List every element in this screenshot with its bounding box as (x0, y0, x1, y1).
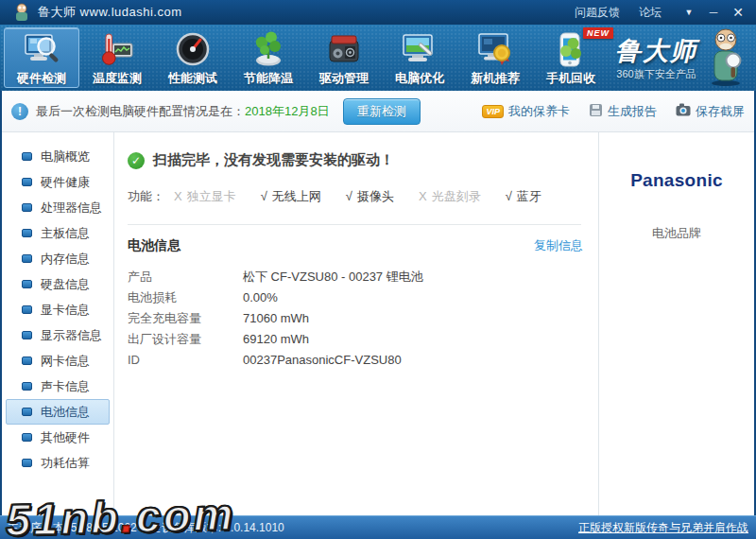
toolbar-items: 硬件检测温度监测性能测试节能降温驱动管理电脑优化新机推荐NEW手机回收 (4, 27, 609, 88)
titlebar: 鲁大师 www.ludashi.com 问题反馈 论坛 ▼ ─ ✕ (0, 0, 756, 25)
sidebar-item-label: 硬件健康 (41, 174, 90, 191)
right-panel: Panasonic 电池品牌 (598, 132, 754, 515)
battery-row-label: 产品 (128, 267, 243, 287)
sidebar-bullet-icon (22, 433, 32, 442)
sidebar-item-label: 网卡信息 (41, 353, 90, 370)
driver-manage-icon (325, 30, 363, 70)
toolbar-item-pc-optimize[interactable]: 电脑优化 (382, 27, 457, 88)
battery-row-label: ID (128, 350, 243, 371)
performance-test-icon (174, 30, 212, 70)
feature-name: 摄像头 (357, 189, 394, 203)
sidebar-item-label: 声卡信息 (41, 378, 90, 395)
features-row: 功能： X独立显卡√无线上网√摄像头X光盘刻录√蓝牙 (128, 188, 583, 205)
sidebar-bullet-icon (22, 408, 32, 416)
sidebar-bullet-icon (22, 305, 32, 314)
feature-item: √无线上网 (261, 188, 321, 205)
toolbar-item-label: 硬件检测 (17, 70, 66, 87)
sidebar-item[interactable]: 主板信息 (6, 220, 110, 246)
copy-info-link[interactable]: 复制信息 (534, 237, 583, 254)
feature-no-icon: X (174, 189, 182, 203)
promo-link[interactable]: 正版授权新版传奇与兄弟并肩作战 (578, 520, 748, 536)
feature-yes-icon: √ (346, 189, 352, 203)
battery-brand-logo: Panasonic (599, 170, 754, 191)
toolbar-item-label: 驱动管理 (319, 70, 369, 87)
sidebar: 电脑概览硬件健康处理器信息主板信息内存信息硬盘信息显卡信息显示器信息网卡信息声卡… (2, 132, 114, 515)
hardware-detect-icon (23, 30, 60, 70)
feature-item: X光盘刻录 (419, 188, 481, 205)
vip-badge-icon: VIP (482, 105, 504, 118)
rescan-button[interactable]: 重新检测 (343, 98, 421, 125)
section-divider (128, 224, 581, 225)
last-scan-date: 2018年12月8日 (245, 103, 330, 120)
care-card-link[interactable]: VIP 我的保养卡 (482, 103, 570, 120)
sidebar-item[interactable]: 处理器信息 (6, 195, 110, 220)
sidebar-item[interactable]: 硬件健康 (6, 169, 110, 195)
minimize-icon[interactable]: ─ (703, 6, 724, 19)
feedback-link[interactable]: 问题反馈 (575, 5, 620, 21)
battery-row-value: 71060 mWh (243, 308, 309, 329)
report-icon (589, 103, 603, 120)
last-scan-message: 最后一次检测电脑硬件配置情况是在： (36, 103, 245, 120)
main-toolbar: 硬件检测温度监测性能测试节能降温驱动管理电脑优化新机推荐NEW手机回收 鲁大师 … (0, 25, 756, 91)
toolbar-item-hardware-detect[interactable]: 硬件检测 (4, 27, 79, 88)
battery-row-label: 出厂设计容量 (128, 329, 243, 350)
sidebar-item[interactable]: 其他硬件 (6, 425, 110, 450)
sidebar-item[interactable]: 电池信息 (6, 399, 110, 425)
sidebar-item[interactable]: 功耗估算 (6, 450, 110, 476)
sidebar-item[interactable]: 声卡信息 (6, 374, 110, 399)
battery-row-value: 0.00% (243, 287, 278, 308)
battery-section-title: 电池信息 (128, 237, 180, 254)
menu-icon[interactable]: ▼ (679, 8, 699, 17)
features-label: 功能： (128, 188, 164, 205)
infobar: ! 最后一次检测电脑硬件配置情况是在： 2018年12月8日 重新检测 VIP … (2, 91, 754, 132)
toolbar-item-performance-test[interactable]: 性能测试 (155, 27, 231, 88)
sidebar-item[interactable]: 硬盘信息 (6, 271, 110, 297)
sidebar-bullet-icon (22, 229, 32, 237)
mascot-icon (13, 3, 30, 22)
toolbar-item-label: 电脑优化 (395, 70, 444, 87)
sidebar-item-label: 电脑概览 (41, 148, 90, 165)
feature-name: 独立显卡 (187, 189, 236, 203)
save-screenshot-link[interactable]: 保存截屏 (676, 103, 745, 120)
generate-report-link[interactable]: 生成报告 (589, 103, 657, 120)
battery-table-row: 产品松下 CF-VZSU80 - 00237 锂电池 (128, 267, 583, 287)
sidebar-bullet-icon (22, 459, 32, 467)
sidebar-item-label: 功耗估算 (41, 455, 90, 472)
toolbar-item-label: 新机推荐 (471, 70, 520, 87)
sidebar-item[interactable]: 显示器信息 (6, 322, 110, 348)
toolbar-item-phone-recycle[interactable]: NEW手机回收 (533, 27, 609, 88)
battery-table: 产品松下 CF-VZSU80 - 00237 锂电池电池损耗0.00%完全充电容… (128, 267, 583, 371)
feature-item: √蓝牙 (506, 188, 541, 205)
sidebar-bullet-icon (22, 254, 32, 263)
battery-table-row: 电池损耗0.00% (128, 287, 583, 308)
toolbar-item-temperature-monitor[interactable]: 温度监测 (79, 27, 155, 88)
sidebar-item[interactable]: 电脑概览 (6, 144, 110, 169)
app-title: 鲁大师 www.ludashi.com (38, 4, 182, 21)
sidebar-item[interactable]: 内存信息 (6, 246, 110, 271)
feature-yes-icon: √ (261, 189, 267, 203)
mascot-large-icon (701, 27, 750, 90)
battery-row-label: 完全充电容量 (128, 308, 243, 329)
forum-link[interactable]: 论坛 (639, 5, 662, 21)
battery-row-value: 00237PanasonicCF-VZSU80 (243, 350, 402, 371)
brand-logo-text: 鲁大师 (615, 37, 697, 65)
temperature-monitor-icon (98, 30, 136, 70)
sidebar-item-label: 处理器信息 (41, 200, 102, 217)
toolbar-item-new-pc-recommend[interactable]: 新机推荐 (457, 27, 533, 88)
sidebar-item-label: 电池信息 (41, 404, 90, 421)
sidebar-bullet-icon (22, 356, 32, 365)
statusbar: 主程序版本: 5.78.15.1002 全设备库版本: 2.0.14.1010 … (0, 515, 756, 539)
sidebar-item[interactable]: 显卡信息 (6, 297, 110, 322)
toolbar-item-driver-manage[interactable]: 驱动管理 (306, 27, 382, 88)
sidebar-item-label: 主板信息 (41, 225, 90, 242)
app-window: 鲁大师 www.ludashi.com 问题反馈 论坛 ▼ ─ ✕ 硬件检测温度… (0, 0, 756, 539)
battery-row-value: 69120 mWh (243, 329, 309, 350)
feature-no-icon: X (419, 189, 427, 203)
sidebar-item[interactable]: 网卡信息 (6, 348, 110, 374)
main-panel: ✓ 扫描完毕，没有发现需要安装的驱动！ 功能： X独立显卡√无线上网√摄像头X光… (114, 132, 598, 515)
sidebar-item-label: 显示器信息 (41, 327, 102, 344)
feature-yes-icon: √ (506, 189, 512, 203)
cooling-icon (249, 30, 287, 70)
close-icon[interactable]: ✕ (728, 5, 748, 20)
toolbar-item-cooling[interactable]: 节能降温 (231, 27, 306, 88)
